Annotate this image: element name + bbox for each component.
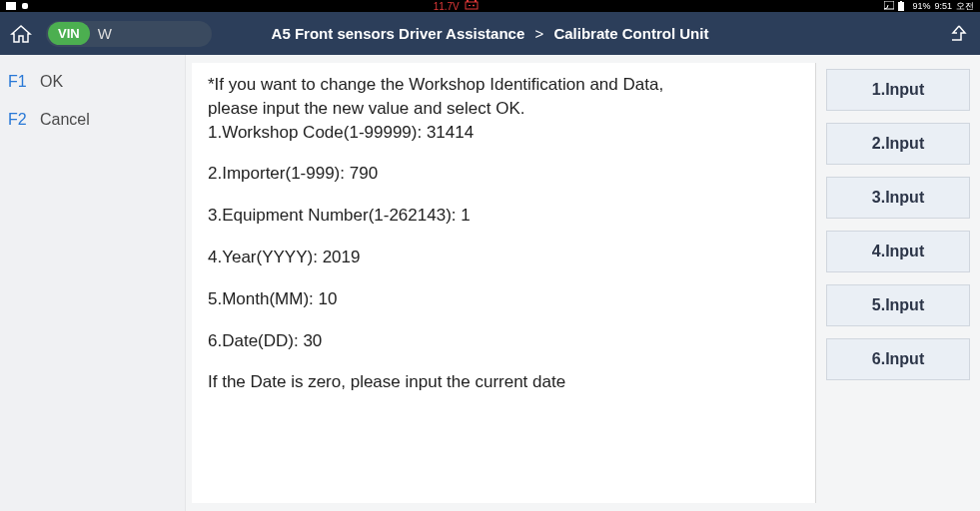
svg-rect-2 [475,0,477,2]
clock-time: 9:51 [934,1,952,11]
battery-percent: 91% [912,1,930,11]
battery-car-icon [464,0,480,12]
android-status-bar: 11.7V 91% 9:51 오전 [0,0,980,12]
vin-badge: VIN [48,22,90,45]
input-2-button[interactable]: 2.Input [826,123,970,165]
home-button[interactable] [8,22,34,46]
input-4-button[interactable]: 4.Input [826,231,970,272]
clock-ampm: 오전 [956,0,974,13]
fkey-panel: F1 OK F2 Cancel [0,55,186,511]
input-1-button[interactable]: 1.Input [826,69,970,111]
cast-icon [884,1,894,11]
voltage-text: 11.7V [434,1,460,12]
fkey-label: Cancel [40,111,90,129]
svg-rect-8 [900,1,902,2]
content-line: 2.Importer(1-999): 790 [208,162,799,186]
breadcrumb-current: Calibrate Control Unit [553,25,708,42]
input-panel: 1.Input 2.Input 3.Input 4.Input 5.Input … [826,63,974,503]
vin-pill[interactable]: VIN W [46,21,212,47]
content-line: 1.Workshop Code(1-99999): 31414 [208,121,799,145]
fkey-ok[interactable]: F1 OK [0,63,185,101]
content-line: please input the new value and select OK… [208,97,799,121]
fkey-cancel[interactable]: F2 Cancel [0,101,185,139]
input-5-button[interactable]: 5.Input [826,284,970,326]
svg-rect-0 [466,2,478,9]
content-line: *If you want to change the Workshop Iden… [208,73,799,97]
breadcrumb-separator: > [534,25,543,42]
breadcrumb: A5 Front sensors Driver Assistance > Cal… [272,25,709,42]
up-button[interactable] [946,21,972,47]
breadcrumb-context: A5 Front sensors Driver Assistance [272,25,525,42]
svg-rect-1 [467,0,469,2]
content-line: 3.Equipment Number(1-262143): 1 [208,204,799,228]
main-area: F1 OK F2 Cancel *If you want to change t… [0,55,980,511]
status-left [6,2,28,10]
home-icon [10,24,32,44]
input-6-button[interactable]: 6.Input [826,338,970,380]
vin-value: W [98,25,112,42]
content-wrap: *If you want to change the Workshop Iden… [186,55,980,511]
status-voltage: 11.7V [434,0,480,12]
fkey-code: F2 [8,111,30,129]
content-line: 6.Date(DD): 30 [208,329,799,353]
content-line: 4.Year(YYYY): 2019 [208,246,799,269]
svg-rect-6 [884,1,894,9]
content-panel: *If you want to change the Workshop Iden… [192,63,816,503]
fkey-code: F1 [8,73,30,91]
content-line: If the Date is zero, please input the cu… [208,370,799,394]
fkey-label: OK [40,73,63,91]
svg-rect-7 [898,2,904,11]
status-right: 91% 9:51 오전 [884,0,974,13]
input-3-button[interactable]: 3.Input [826,177,970,219]
status-dot-icon [22,3,28,9]
battery-icon [898,1,908,11]
content-line: 5.Month(MM): 10 [208,287,799,311]
camera-icon [6,2,16,10]
app-header: VIN W A5 Front sensors Driver Assistance… [0,12,980,55]
up-arrow-icon [949,23,969,45]
